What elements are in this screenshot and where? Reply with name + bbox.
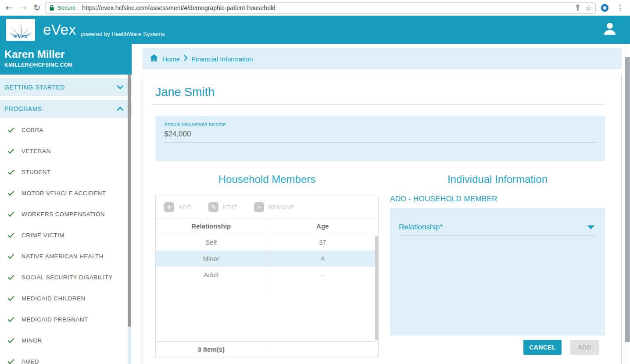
sidebar-item-student[interactable]: STUDENT bbox=[0, 161, 132, 182]
table-toolbar: + ADD ✎ EDIT − REMOVE bbox=[156, 196, 378, 218]
household-members-heading: Household Members bbox=[155, 173, 379, 186]
secure-badge: Secure bbox=[57, 4, 75, 11]
browser-toolbar: ← → ↻ Secure https://evex.hcfsinc.com/as… bbox=[0, 0, 630, 16]
sidebar-item-crime-victim[interactable]: CRIME VICTIM bbox=[0, 225, 132, 246]
check-icon bbox=[7, 336, 15, 345]
sidebar-scrollbar-thumb[interactable] bbox=[128, 75, 131, 327]
main-content: Home Financial Information Jane Smith An… bbox=[132, 44, 630, 364]
check-icon bbox=[7, 146, 15, 155]
table-row[interactable]: Minor 4 bbox=[156, 250, 378, 267]
title-divider bbox=[151, 104, 605, 105]
check-icon bbox=[7, 210, 15, 218]
sidebar-item-workers-compensation[interactable]: WORKERS COMPENSATION bbox=[0, 203, 132, 225]
table-scrollbar-thumb[interactable] bbox=[375, 236, 378, 340]
sidebar-section-getting-started[interactable]: GETTING STARTED bbox=[0, 79, 132, 96]
sidebar-item-veteran[interactable]: VETERAN bbox=[0, 140, 132, 161]
sidebar-user-block: Karen Miller KMILLER@HCFSINC.COM bbox=[0, 44, 132, 75]
sidebar-section-programs[interactable]: PROGRAMS bbox=[0, 100, 132, 118]
edit-member-button[interactable]: ✎ EDIT bbox=[208, 202, 237, 212]
add-member-form-panel: Relationship* bbox=[390, 208, 605, 335]
url-text[interactable]: https://evex.hcfsinc.com/assessment/#/de… bbox=[82, 4, 572, 11]
item-count: 3 Item(s) bbox=[156, 342, 267, 357]
page-title: Jane Smith bbox=[155, 86, 605, 99]
lock-icon bbox=[49, 4, 54, 11]
dropdown-caret-icon bbox=[587, 225, 594, 229]
logo-wordmark: eVex bbox=[14, 33, 27, 41]
individual-information-section: Individual Information ADD - HOUSEHOLD M… bbox=[390, 173, 605, 357]
table-stub bbox=[156, 283, 378, 290]
check-icon bbox=[7, 231, 15, 239]
relationship-dropdown[interactable]: Relationship* bbox=[399, 223, 596, 236]
form-buttons: CANCEL ADD bbox=[390, 340, 605, 355]
evex-logo[interactable]: eVex bbox=[6, 19, 35, 41]
sidebar-item-native-american-health[interactable]: NATIVE AMERICAN HEALTH bbox=[0, 246, 132, 267]
programs-list: COBRA VETERAN STUDENT MOTOR VEHICLE ACCI… bbox=[0, 118, 132, 364]
url-divider bbox=[79, 4, 79, 11]
check-icon bbox=[7, 273, 15, 282]
page-scrollbar[interactable] bbox=[625, 44, 630, 364]
plus-icon: + bbox=[164, 202, 174, 212]
browser-menu-icon[interactable]: ⋮ bbox=[614, 4, 626, 12]
sidebar: Karen Miller KMILLER@HCFSINC.COM GETTING… bbox=[0, 44, 132, 364]
app-header: eVex eVex powered by HealthWare Systems bbox=[0, 16, 630, 44]
table-footer-row: 3 Item(s) bbox=[156, 341, 378, 357]
table-header-row: Relationship Age bbox=[156, 218, 378, 234]
page-scrollbar-thumb[interactable] bbox=[625, 57, 630, 342]
income-panel: Annual Household Income $24,000 bbox=[155, 116, 605, 161]
check-icon bbox=[7, 125, 15, 134]
check-icon bbox=[7, 294, 15, 303]
sidebar-item-cobra[interactable]: COBRA bbox=[0, 119, 132, 140]
check-icon bbox=[7, 252, 15, 261]
content-card: Jane Smith Annual Household Income $24,0… bbox=[143, 74, 622, 364]
sidebar-item-social-security-disability[interactable]: SOCIAL SECURITY DISABILITY bbox=[0, 267, 132, 288]
sidebar-item-medicaid-children[interactable]: MEDICAID CHILDREN bbox=[0, 288, 132, 309]
income-label: Annual Household Income bbox=[164, 121, 596, 128]
income-input[interactable]: $24,000 bbox=[164, 130, 596, 143]
sidebar-item-minor[interactable]: MINOR bbox=[0, 330, 132, 351]
add-button[interactable]: ADD bbox=[570, 340, 599, 355]
breadcrumb-current-link[interactable]: Financial Information bbox=[192, 55, 253, 63]
back-icon[interactable]: ← bbox=[4, 4, 15, 12]
table-row[interactable]: Adult - bbox=[156, 267, 378, 283]
household-members-table: + ADD ✎ EDIT − REMOVE bbox=[155, 196, 379, 357]
column-header-age: Age bbox=[267, 218, 379, 234]
breadcrumb-home-link[interactable]: Home bbox=[162, 55, 180, 63]
chevron-down-icon bbox=[117, 83, 124, 91]
breadcrumb: Home Financial Information bbox=[143, 48, 622, 69]
user-email: KMILLER@HCFSINC.COM bbox=[4, 62, 126, 68]
chevron-up-icon bbox=[117, 105, 124, 113]
table-row[interactable]: Self 37 bbox=[156, 234, 378, 250]
app-tagline: powered by HealthWare Systems bbox=[80, 31, 165, 37]
column-header-relationship: Relationship bbox=[156, 218, 267, 234]
bookmark-star-icon[interactable]: ☆ bbox=[585, 4, 592, 12]
sidebar-item-medicaid-pregnant[interactable]: MEDICAID PREGNANT bbox=[0, 309, 132, 330]
check-icon bbox=[7, 315, 15, 324]
chevron-right-icon bbox=[184, 55, 188, 63]
app-name: eVex bbox=[43, 21, 76, 38]
minus-icon: − bbox=[254, 202, 264, 212]
home-icon[interactable] bbox=[150, 54, 158, 64]
extension-icon[interactable] bbox=[601, 4, 609, 12]
household-members-section: Household Members + ADD ✎ EDIT bbox=[155, 173, 379, 357]
check-icon bbox=[7, 168, 15, 176]
key-icon[interactable] bbox=[575, 4, 581, 11]
forward-icon[interactable]: → bbox=[18, 4, 29, 12]
check-icon bbox=[7, 357, 15, 364]
refresh-icon[interactable]: ↻ bbox=[31, 4, 43, 12]
sidebar-item-aged[interactable]: AGED bbox=[0, 351, 132, 364]
user-name: Karen Miller bbox=[4, 48, 126, 61]
address-bar[interactable]: Secure https://evex.hcfsinc.com/assessme… bbox=[45, 2, 596, 14]
individual-information-heading: Individual Information bbox=[390, 173, 605, 186]
table-scrollbar[interactable] bbox=[375, 235, 378, 342]
add-member-button[interactable]: + ADD bbox=[164, 202, 192, 212]
sidebar-scrollbar[interactable] bbox=[128, 75, 131, 364]
check-icon bbox=[7, 189, 15, 197]
pencil-icon: ✎ bbox=[208, 202, 218, 212]
user-avatar-icon[interactable] bbox=[602, 21, 618, 39]
sidebar-item-motor-vehicle-accident[interactable]: MOTOR VEHICLE ACCIDENT bbox=[0, 182, 132, 203]
cancel-button[interactable]: CANCEL bbox=[523, 340, 562, 355]
relationship-dropdown-label: Relationship* bbox=[399, 223, 443, 232]
remove-member-button[interactable]: − REMOVE bbox=[254, 202, 295, 212]
add-household-member-subheading: ADD - HOUSEHOLD MEMBER bbox=[390, 195, 605, 203]
